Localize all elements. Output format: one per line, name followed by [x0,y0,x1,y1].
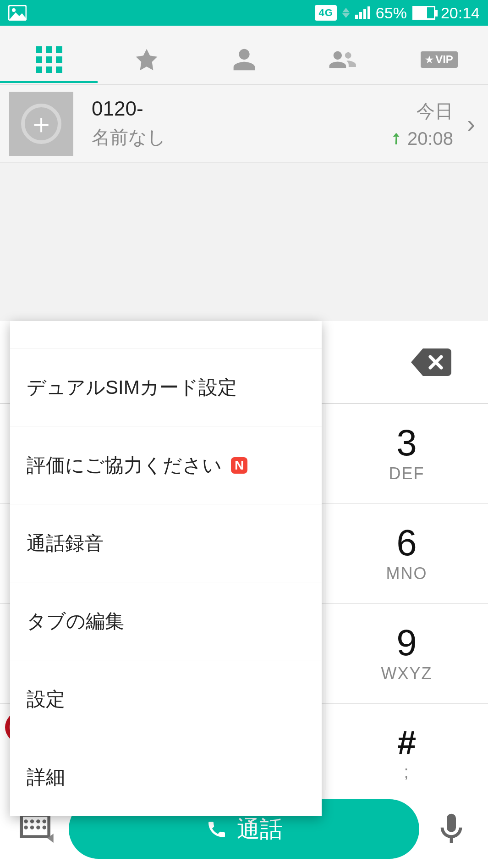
svg-point-1 [12,8,16,12]
battery-percent: 65% [376,4,407,22]
hide-keypad-icon[interactable] [18,811,55,847]
picture-icon [8,5,27,21]
plus-icon: ＋ [27,110,55,138]
key-hash-sub: ; [404,763,409,782]
chevron-right-icon[interactable]: › [467,110,475,138]
phone-icon [206,818,228,840]
menu-settings[interactable]: 設定 [10,660,322,738]
key-6-letters: MNO [386,564,428,583]
key-3-digit: 3 [396,425,417,461]
overflow-menu: ブロックリスト デュアルSIMカード設定 評価にご協力くださいN 通話録音 タブ… [10,321,322,816]
people-icon [327,47,356,72]
key-hash[interactable]: #; [325,703,488,803]
signal-bars-icon [355,6,370,19]
menu-record-label: 通話録音 [27,531,104,556]
star-icon [134,47,159,72]
menu-edit-tabs[interactable]: タブの編集 [10,582,322,660]
menu-dualsim-label: デュアルSIMカード設定 [27,375,237,400]
tab-bar: ★VIP [0,26,488,84]
add-contact-avatar[interactable]: ＋ [9,92,73,156]
call-log: ＋ 0120- 名前なし 今日 ➚ 20:08 › [0,84,488,163]
menu-edittabs-label: タブの編集 [27,608,124,634]
menu-rate-label: 評価にご協力ください [27,453,222,478]
clock: 20:14 [441,4,480,22]
menu-details-label: 詳細 [27,764,65,790]
tab-vip[interactable]: ★VIP [390,51,488,68]
menu-rate[interactable]: 評価にご協力くださいN [10,426,322,504]
key-3[interactable]: 3DEF [325,404,488,503]
vip-label: VIP [435,53,453,66]
mic-icon[interactable] [433,811,470,847]
tab-groups[interactable] [293,47,390,72]
backspace-icon[interactable] [411,348,451,376]
key-6[interactable]: 6MNO [325,503,488,603]
menu-details[interactable]: 詳細 [10,738,322,816]
new-badge: N [231,457,247,474]
status-bar: 4G 65% 20:14 [0,0,488,26]
key-9-letters: WXYZ [381,664,433,683]
data-arrows-icon [342,8,350,18]
call-number: 0120- [92,97,389,120]
grid-icon [36,46,62,73]
menu-blocklist-label: ブロックリスト [27,321,164,322]
menu-call-record[interactable]: 通話録音 [10,504,322,582]
key-9-digit: 9 [396,625,417,661]
network-type-badge: 4G [315,5,336,21]
menu-blocklist[interactable]: ブロックリスト [10,321,322,348]
tab-contacts[interactable] [195,47,293,72]
call-time: 20:08 [407,128,453,149]
vip-badge: ★VIP [421,51,458,68]
call-log-row[interactable]: ＋ 0120- 名前なし 今日 ➚ 20:08 › [0,85,488,163]
tab-dialpad[interactable] [0,46,98,73]
key-9[interactable]: 9WXYZ [325,603,488,703]
call-label: 通話 [237,814,283,845]
key-6-digit: 6 [396,525,417,561]
call-day: 今日 [417,99,453,124]
tab-favorites[interactable] [98,47,195,72]
call-name: 名前なし [92,125,389,150]
key-3-letters: DEF [389,464,425,483]
person-icon [231,47,257,72]
menu-settings-label: 設定 [27,686,65,712]
menu-dualsim[interactable]: デュアルSIMカード設定 [10,348,322,426]
battery-icon [412,6,435,20]
key-hash-char: # [397,726,416,760]
